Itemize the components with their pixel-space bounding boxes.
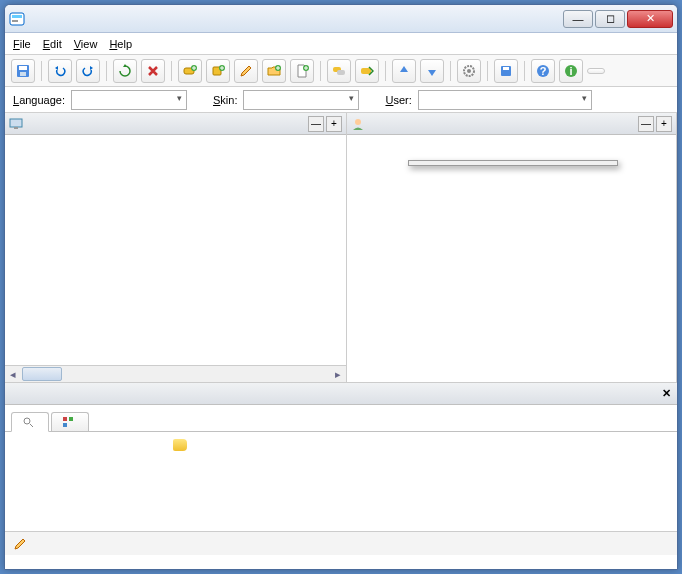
svg-point-16 [467,69,471,73]
user-icon [351,117,365,131]
information-panel: ✕ [5,383,677,531]
close-button[interactable]: ✕ [627,10,673,28]
svg-rect-1 [12,15,22,18]
settings-button[interactable] [457,59,481,83]
svg-rect-2 [12,20,18,22]
user-combo[interactable] [418,90,592,110]
edit-button[interactable] [234,59,258,83]
insert-file-button[interactable] [290,59,314,83]
panel-collapse-button[interactable]: — [638,116,654,132]
system-icon [9,117,23,131]
inspect-key-type [13,438,173,451]
toolbar: ? i [5,55,677,87]
app-icon [9,11,25,27]
svg-rect-27 [63,417,67,421]
move-down-button[interactable] [420,59,444,83]
h-scrollbar[interactable]: ◂▸ [5,365,346,382]
info-close-button[interactable]: ✕ [662,387,671,400]
svg-point-26 [24,418,30,424]
refresh-button[interactable] [113,59,137,83]
minimize-button[interactable]: — [563,10,593,28]
modified-icon [13,537,27,551]
inspector-icon [22,416,34,428]
panel-collapse-button[interactable]: — [308,116,324,132]
svg-point-25 [355,119,361,125]
panel-add-button[interactable]: + [656,116,672,132]
legend-icon [62,416,74,428]
menu-view[interactable]: View [74,38,98,50]
menu-file[interactable]: File [13,38,31,50]
menu-edit[interactable]: Edit [43,38,62,50]
statusbar [5,531,677,555]
inspect-val-type [173,438,669,451]
svg-rect-28 [69,417,73,421]
options-row: Language: Skin: User: [5,87,677,113]
svg-rect-14 [361,68,371,74]
skin-combo[interactable] [243,90,359,110]
svg-rect-13 [337,70,345,75]
help-button[interactable]: ? [531,59,555,83]
cleanup-button[interactable] [355,59,379,83]
menu-help[interactable]: Help [109,38,132,50]
user-variables-panel: — + [347,113,677,382]
save-button[interactable] [11,59,35,83]
add-variable-button[interactable] [178,59,202,83]
svg-text:?: ? [540,65,547,77]
menubar: File Edit View Help [5,33,677,55]
tab-legend[interactable] [51,412,89,431]
context-menu[interactable] [408,160,618,166]
language-label: Language: [13,94,65,106]
language-combo[interactable] [71,90,187,110]
about-button[interactable]: i [559,59,583,83]
user-label: User: [385,94,411,106]
tab-inspector[interactable] [11,412,49,432]
svg-rect-18 [503,67,509,70]
svg-rect-23 [10,119,22,127]
add-value-button[interactable] [206,59,230,83]
svg-rect-0 [10,13,24,25]
insert-dir-button[interactable] [262,59,286,83]
move-up-button[interactable] [392,59,416,83]
svg-rect-24 [14,127,18,129]
system-variables-panel: — + ◂▸ [5,113,347,382]
svg-rect-29 [63,423,67,427]
backup-button[interactable] [494,59,518,83]
delete-button[interactable] [141,59,165,83]
user-tree[interactable] [347,135,676,382]
tag-icon [173,439,187,451]
maximize-button[interactable]: ◻ [595,10,625,28]
svg-rect-4 [19,66,27,70]
panel-add-button[interactable]: + [326,116,342,132]
redo-button[interactable] [76,59,100,83]
system-tree[interactable] [5,135,346,365]
svg-rect-5 [20,72,26,76]
donate-button[interactable] [587,68,605,74]
svg-text:i: i [569,65,572,77]
titlebar[interactable]: — ◻ ✕ [5,5,677,33]
undo-button[interactable] [48,59,72,83]
skin-label: Skin: [213,94,237,106]
change-type-button[interactable] [327,59,351,83]
